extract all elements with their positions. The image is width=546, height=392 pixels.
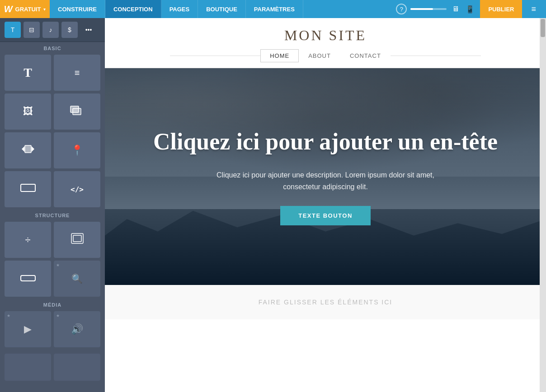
- nav-items: CONSTRUIRE CONCEPTION PAGES BOUTIQUE PAR…: [50, 0, 391, 18]
- widget-embed[interactable]: [54, 222, 100, 258]
- widget-gallery[interactable]: [54, 93, 100, 130]
- sidebar-media-grid: ★ ▶ ★ 🔊: [0, 309, 105, 349]
- widget-search[interactable]: ★ 🔍: [54, 261, 100, 297]
- nav-item-parametres[interactable]: PARAMÈTRES: [246, 0, 303, 18]
- slideshow-widget-icon: [20, 144, 36, 157]
- svg-marker-4: [32, 146, 34, 152]
- main-area: T ⊟ ♪ $ ••• BASIC T ≡ 🖼: [0, 18, 546, 392]
- layout-tab-icon: ⊟: [29, 26, 34, 33]
- widget-separator[interactable]: ≡: [54, 55, 100, 91]
- help-button[interactable]: ?: [396, 4, 407, 14]
- sidebar-tabs-row: T ⊟ ♪ $ •••: [0, 18, 105, 42]
- sidebar-structure-grid: ÷ ★ 🔍: [0, 220, 105, 299]
- zoom-slider[interactable]: [410, 8, 447, 10]
- site-header: MON SITE HOME ABOUT CONTACT: [105, 18, 546, 68]
- sidebar-extra-grid: [0, 352, 105, 383]
- widget-slideshow[interactable]: [5, 132, 51, 168]
- hero-content: Cliquez ici pour ajouter un en-tête Cliq…: [135, 128, 516, 226]
- mobile-icon[interactable]: 📱: [464, 4, 476, 14]
- widget-video[interactable]: ★ ▶: [5, 311, 51, 347]
- logo-button[interactable]: W GRATUIT ▾: [0, 0, 50, 18]
- widget-code[interactable]: </>: [54, 171, 100, 207]
- svg-rect-3: [25, 145, 31, 153]
- content-area: MON SITE HOME ABOUT CONTACT: [105, 18, 546, 392]
- svg-rect-8: [21, 275, 35, 281]
- video-widget-icon: ▶: [24, 323, 32, 335]
- nav-line-right: [391, 56, 481, 56]
- sidebar-tab-music[interactable]: ♪: [42, 22, 59, 38]
- site-title[interactable]: MON SITE: [105, 27, 546, 44]
- hero-button[interactable]: TEXTE BOUTON: [280, 206, 371, 225]
- text-tab-icon: T: [11, 26, 15, 33]
- svg-rect-5: [21, 184, 35, 191]
- widget-divider[interactable]: ÷: [5, 222, 51, 258]
- widget-image[interactable]: 🖼: [5, 93, 51, 130]
- website-preview: MON SITE HOME ABOUT CONTACT: [105, 18, 546, 392]
- sidebar-basic-grid: T ≡ 🖼: [0, 53, 105, 209]
- section-label-basic: BASIC: [0, 42, 105, 53]
- gallery-widget-icon: [70, 104, 85, 119]
- embed-widget-icon: [71, 233, 84, 247]
- nav-links: HOME ABOUT CONTACT: [260, 49, 391, 62]
- nav-item-construire[interactable]: CONSTRUIRE: [50, 0, 105, 18]
- search-widget-icon: 🔍: [71, 273, 83, 284]
- star-badge-search: ★: [56, 263, 60, 267]
- sidebar-tab-more[interactable]: •••: [80, 22, 97, 38]
- widget-extra1[interactable]: [5, 354, 51, 381]
- logo-label: GRATUIT: [15, 6, 41, 13]
- hero-description[interactable]: Cliquez ici pour ajouter une description…: [199, 169, 452, 192]
- code-widget-icon: </>: [71, 185, 84, 194]
- nav-link-home[interactable]: HOME: [260, 49, 299, 62]
- divider-widget-icon: ÷: [25, 234, 30, 246]
- image-widget-icon: 🖼: [23, 106, 33, 117]
- logo-w-letter: W: [4, 4, 13, 14]
- button-widget-icon: [20, 273, 36, 285]
- hamburger-menu-icon[interactable]: ≡: [526, 5, 541, 14]
- more-tab-icon: •••: [85, 26, 92, 33]
- text-widget-icon: T: [24, 65, 32, 80]
- svg-rect-7: [73, 235, 81, 242]
- drag-drop-zone: FAIRE GLISSER LES ÉLÉMENTS ICI: [105, 285, 546, 319]
- desktop-icon[interactable]: 🖥: [450, 4, 461, 14]
- audio-widget-icon: 🔊: [71, 323, 83, 335]
- scrollbar-thumb[interactable]: [541, 19, 545, 37]
- nav-item-boutique[interactable]: BOUTIQUE: [198, 0, 246, 18]
- separator-widget-icon: ≡: [75, 68, 80, 78]
- widget-extra2[interactable]: [54, 354, 100, 381]
- map-widget-icon: 📍: [71, 145, 83, 156]
- music-tab-icon: ♪: [49, 26, 52, 33]
- widget-button[interactable]: [5, 261, 51, 297]
- sidebar-tab-text[interactable]: T: [5, 22, 21, 38]
- zoom-fill: [410, 8, 433, 10]
- scrollbar[interactable]: [540, 18, 546, 392]
- nav-link-contact[interactable]: CONTACT: [340, 49, 391, 62]
- widget-audio[interactable]: ★ 🔊: [54, 311, 100, 347]
- nav-link-about[interactable]: ABOUT: [299, 49, 340, 62]
- star-badge-audio: ★: [56, 313, 60, 318]
- site-navigation: HOME ABOUT CONTACT: [105, 44, 546, 68]
- publish-button[interactable]: PUBLIER: [480, 0, 522, 18]
- section-label-media: MÉDIA: [0, 299, 105, 309]
- logo-dropdown-icon: ▾: [43, 7, 46, 12]
- nav-item-conception[interactable]: CONCEPTION: [105, 0, 161, 18]
- box-widget-icon: [20, 183, 36, 195]
- sidebar: T ⊟ ♪ $ ••• BASIC T ≡ 🖼: [0, 18, 105, 392]
- sidebar-tab-layout[interactable]: ⊟: [24, 22, 40, 38]
- star-badge-video: ★: [7, 313, 10, 318]
- device-icons: 🖥 📱: [450, 4, 476, 14]
- sidebar-tab-money[interactable]: $: [61, 22, 78, 38]
- hero-section[interactable]: Cliquez ici pour ajouter un en-tête Cliq…: [105, 68, 546, 285]
- svg-marker-2: [22, 146, 24, 152]
- widget-text[interactable]: T: [5, 55, 51, 91]
- section-label-structure: STRUCTURE: [0, 209, 105, 220]
- nav-line-left: [170, 56, 260, 56]
- nav-item-pages[interactable]: PAGES: [161, 0, 198, 18]
- svg-rect-1: [73, 108, 81, 115]
- widget-box[interactable]: [5, 171, 51, 207]
- money-tab-icon: $: [68, 26, 71, 33]
- hero-title[interactable]: Cliquez ici pour ajouter un en-tête: [153, 128, 498, 156]
- top-navigation: W GRATUIT ▾ CONSTRUIRE CONCEPTION PAGES …: [0, 0, 546, 18]
- widget-map[interactable]: 📍: [54, 132, 100, 168]
- nav-right-area: ? 🖥 📱 PUBLIER ≡: [391, 0, 546, 18]
